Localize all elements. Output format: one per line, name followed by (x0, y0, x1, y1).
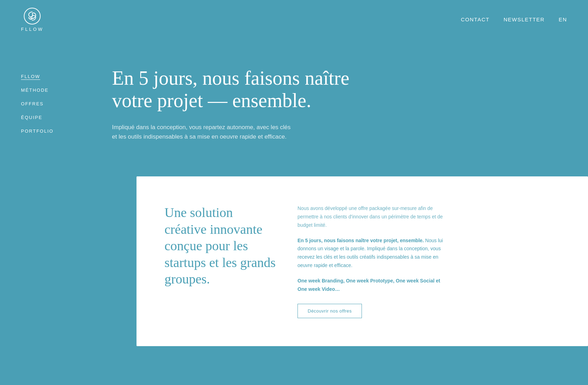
logo[interactable]: FLLOW (21, 7, 44, 32)
logo-icon (23, 7, 41, 25)
card-description: Nous avons développé une offre packagée … (298, 204, 444, 229)
hero-subtitle: Impliqué dans la conception, vous repart… (112, 122, 294, 141)
nav-language[interactable]: EN (559, 16, 567, 22)
hero-section: FLLOW MÉTHODE OFFRES ÉQUIPE PORTFOLIO En… (0, 39, 588, 176)
site-header: FLLOW CONTACT NEWSLETTER EN (0, 0, 588, 39)
sidebar-item-methode[interactable]: MÉTHODE (21, 88, 84, 93)
card-left: Une solution créative innovante conçue p… (164, 204, 276, 318)
card-highlight: En 5 jours, nous faisons naître votre pr… (298, 237, 444, 270)
card-highlight-bold: En 5 jours, nous faisons naître votre pr… (298, 238, 424, 243)
logo-text: FLLOW (21, 27, 44, 32)
hero-content: En 5 jours, nous faisons naître votre pr… (112, 67, 357, 141)
solution-card: Une solution créative innovante conçue p… (136, 176, 588, 346)
discover-button[interactable]: Découvrir nos offres (298, 304, 362, 318)
hero-title: En 5 jours, nous faisons naître votre pr… (112, 67, 357, 112)
sidebar-item-fllow[interactable]: FLLOW (21, 74, 84, 79)
card-offer-link[interactable]: One week Branding, One week Prototype, O… (298, 277, 444, 294)
sidebar-item-equipe[interactable]: ÉQUIPE (21, 115, 84, 120)
main-nav: CONTACT NEWSLETTER EN (461, 16, 567, 22)
sidebar-item-offres[interactable]: OFFRES (21, 101, 84, 106)
nav-contact[interactable]: CONTACT (461, 16, 490, 22)
sidebar-item-portfolio[interactable]: PORTFOLIO (21, 128, 84, 134)
nav-newsletter[interactable]: NEWSLETTER (504, 16, 545, 22)
card-right: Nous avons développé une offre packagée … (298, 204, 444, 318)
sidebar-nav: FLLOW MÉTHODE OFFRES ÉQUIPE PORTFOLIO (21, 67, 84, 141)
card-left-title: Une solution créative innovante conçue p… (164, 204, 276, 288)
